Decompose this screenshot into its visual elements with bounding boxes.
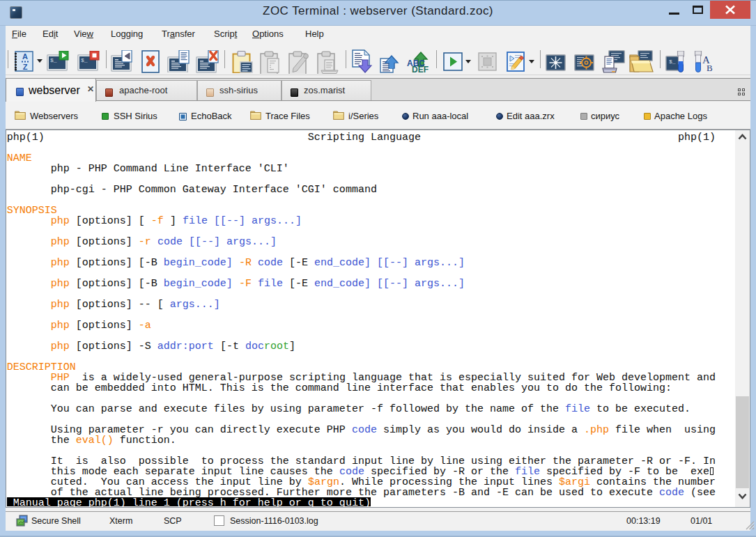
svg-text:A: A: [22, 52, 28, 61]
svg-text:$_: $_: [669, 59, 676, 65]
svg-text:Z: Z: [23, 63, 28, 71]
svg-text:DEF: DEF: [412, 65, 429, 73]
svg-text:B: B: [707, 63, 713, 73]
svg-text:$_: $_: [81, 57, 88, 63]
svg-text:$_: $_: [50, 57, 57, 63]
